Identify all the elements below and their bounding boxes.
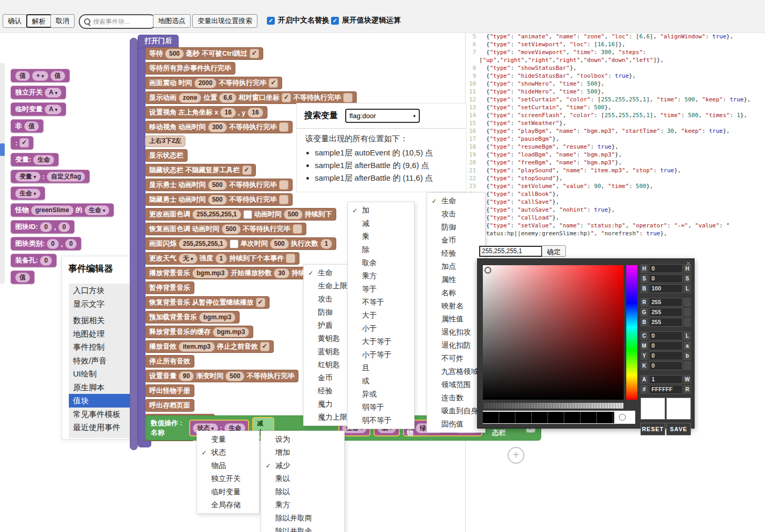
- field-value[interactable]: 0: [649, 274, 683, 283]
- menu-item[interactable]: 攻击: [304, 293, 351, 306]
- sidebar-item[interactable]: 入口方块: [69, 284, 131, 297]
- event-block-row[interactable]: 显示勇士 动画时间500不等待执行完毕: [145, 179, 293, 191]
- block-field[interactable]: 500: [225, 371, 244, 381]
- event-wrapper-header[interactable]: 打开门后: [138, 35, 179, 48]
- checkbox-unchecked[interactable]: [293, 224, 302, 234]
- field-value[interactable]: 0: [649, 331, 683, 340]
- value-flyout-block[interactable]: 值+值: [11, 69, 70, 82]
- block-dropdown[interactable]: 生命: [15, 189, 40, 199]
- menu-item[interactable]: 红钥匙: [304, 358, 351, 371]
- checkbox-unchecked[interactable]: [279, 122, 288, 132]
- event-block-row[interactable]: 预加载背景音乐bgm.mp3: [145, 311, 240, 324]
- var-position-search-button[interactable]: 变量出现位置搜索: [192, 14, 257, 28]
- sidebar-item[interactable]: 原生脚本: [69, 381, 131, 394]
- sidebar-item[interactable]: 最近使用事件: [69, 421, 131, 434]
- value-flyout-block[interactable]: 怪物greenSlime的生命: [11, 203, 114, 217]
- menu-item[interactable]: 除: [348, 243, 414, 256]
- menu-item[interactable]: 弱等于: [348, 401, 414, 414]
- menu-item[interactable]: 等于: [348, 283, 414, 296]
- checkbox-unchecked[interactable]: [286, 254, 295, 263]
- field-value[interactable]: 0: [649, 264, 683, 273]
- value-flyout-block[interactable]: 值: [11, 270, 35, 284]
- event-block-row[interactable]: 更改天气无强度1持续到下个本事件: [145, 252, 299, 265]
- flyout-scroll-thumb[interactable]: [0, 143, 5, 156]
- event-block-row[interactable]: 显示动画zone位置6,6相对窗口坐标✓不等待执行完毕: [145, 91, 357, 104]
- sidebar-item[interactable]: 常见事件模板: [69, 408, 131, 421]
- event-block-row[interactable]: 显示状态栏: [145, 149, 188, 162]
- field-value[interactable]: FFFFFF: [649, 385, 683, 394]
- menu-item[interactable]: 乘: [348, 230, 414, 243]
- menu-item[interactable]: 连击数: [427, 391, 485, 404]
- cancel-button[interactable]: 取消: [50, 14, 75, 28]
- field-value[interactable]: 255: [649, 318, 683, 327]
- event-block-row[interactable]: 恢复背景音乐 从暂停位置继续播放✓: [145, 296, 270, 309]
- block-field[interactable]: item.mp3: [179, 342, 215, 352]
- value-flyout-block[interactable]: :✓: [11, 136, 34, 150]
- block-dropdown[interactable]: A: [45, 88, 61, 98]
- menu-item[interactable]: 异或: [348, 388, 414, 401]
- menu-item[interactable]: 护盾: [304, 319, 351, 332]
- saturation-value-area[interactable]: [483, 265, 624, 400]
- close-icon[interactable]: ✕: [686, 260, 691, 267]
- block-field[interactable]: bgm.mp3: [192, 268, 229, 278]
- saved-swatches[interactable]: [483, 412, 614, 423]
- field-value[interactable]: 0: [649, 361, 683, 370]
- menu-item[interactable]: 乘以: [261, 472, 344, 485]
- block-field[interactable]: zone: [179, 93, 201, 103]
- menu-item[interactable]: 金币: [427, 234, 485, 247]
- menu-item[interactable]: 映射名: [427, 299, 485, 312]
- sidebar-item[interactable]: 数据相关: [69, 314, 131, 327]
- menu-item[interactable]: 且: [348, 361, 414, 374]
- block-dropdown[interactable]: +: [32, 71, 48, 81]
- block-field[interactable]: 0: [47, 239, 59, 249]
- sidebar-item[interactable]: 事件控制: [69, 340, 131, 354]
- reset-button[interactable]: RESET: [640, 423, 665, 435]
- value-flyout-block[interactable]: 生命: [11, 186, 45, 200]
- value-flyout-block[interactable]: 变量:自定义flag: [11, 170, 90, 183]
- menu-item[interactable]: 除以并取商: [261, 512, 344, 525]
- menu-item[interactable]: 全局存储: [197, 498, 259, 512]
- checkbox-checked[interactable]: ✓: [19, 138, 29, 148]
- menu-item[interactable]: 金币: [304, 371, 351, 384]
- block-field[interactable]: 1: [215, 254, 228, 264]
- menu-item[interactable]: 或: [348, 374, 414, 388]
- block-field[interactable]: 16: [220, 108, 235, 118]
- menu-item[interactable]: 不等于: [348, 296, 414, 309]
- value-flyout-block[interactable]: 临时变量A: [11, 102, 66, 116]
- hue-slider[interactable]: [626, 265, 637, 400]
- block-field[interactable]: 500: [165, 49, 184, 59]
- menu-item[interactable]: 独立开关: [197, 472, 259, 485]
- event-block-row[interactable]: 等待所有异步事件执行完毕: [145, 62, 235, 75]
- value-flyout-block[interactable]: 非值: [11, 119, 44, 133]
- block-dropdown[interactable]: A: [45, 105, 61, 114]
- event-block-row[interactable]: 恢复画面色调 动画时间500不等待执行完毕: [145, 223, 306, 235]
- menu-item[interactable]: 小于: [348, 322, 414, 335]
- block-field[interactable]: 500: [284, 210, 303, 220]
- checkbox-checked[interactable]: ✓: [260, 342, 270, 351]
- event-block-row[interactable]: 上右3下2左: [145, 135, 185, 147]
- event-block-row[interactable]: 画面震动 时间2000不等待执行完毕✓: [145, 77, 282, 89]
- block-field[interactable]: bgm.mp3: [199, 312, 235, 322]
- block-field[interactable]: 500: [208, 180, 227, 190]
- block-dropdown[interactable]: 变量: [15, 172, 40, 182]
- menu-item[interactable]: 大于: [348, 309, 414, 322]
- menu-item[interactable]: 除以并取余: [261, 525, 344, 532]
- value-flyout-block[interactable]: 图块类别:0,0: [11, 237, 81, 251]
- block-field[interactable]: 0: [40, 256, 52, 266]
- picker-swatch-new[interactable]: [666, 398, 691, 420]
- block-field[interactable]: 255,255,255,1: [192, 210, 241, 220]
- block-field[interactable]: 500: [222, 224, 241, 234]
- block-field[interactable]: 2000: [194, 78, 217, 88]
- block-field[interactable]: 500: [208, 195, 227, 205]
- menu-item[interactable]: 弱不等于: [348, 414, 414, 427]
- checkbox-checked[interactable]: ✓: [256, 298, 265, 307]
- block-field[interactable]: 0: [65, 239, 77, 249]
- field-value[interactable]: 255: [649, 298, 683, 307]
- value-flyout-block[interactable]: 变量:生命: [11, 153, 59, 166]
- block-field[interactable]: 自定义flag: [47, 172, 85, 182]
- event-block-row[interactable]: 移动视角 动画时间300不等待执行完毕: [145, 121, 293, 133]
- checkbox-checked[interactable]: ✓: [250, 49, 259, 58]
- menu-item[interactable]: 名称: [427, 286, 485, 299]
- variable-select[interactable]: flag:door ▾: [345, 109, 420, 123]
- event-block-row[interactable]: 画面闪烁255,255,255,1单次时间500执行次数1: [145, 237, 336, 250]
